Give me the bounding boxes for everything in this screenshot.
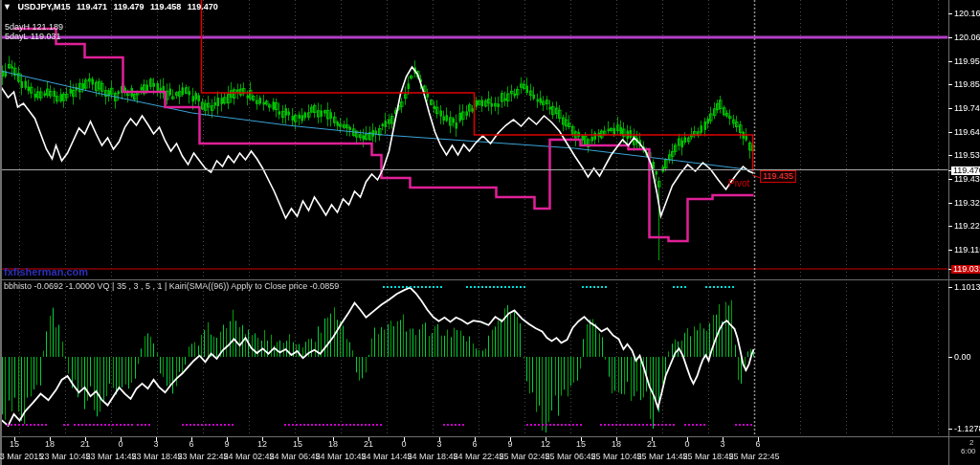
- pivot-price-tag[interactable]: 119.435: [760, 170, 796, 183]
- hour-label: 3: [720, 440, 724, 449]
- date-label: 24 Mar 10:45: [315, 453, 366, 461]
- hour-label: 15: [10, 440, 19, 449]
- hour-label: 15: [576, 440, 586, 449]
- five-day-low-label: 5dayL 119.031: [5, 33, 61, 41]
- price-tick: 119.430: [954, 175, 980, 184]
- chart-dropdown-icon[interactable]: ▼: [3, 2, 11, 11]
- hour-label: 9: [224, 440, 229, 449]
- hour-label: 6: [189, 440, 193, 449]
- date-label: 25 Mar 14:45: [636, 453, 687, 461]
- price-tick: 120.165: [954, 10, 980, 18]
- corner-label-bottom: 6:00: [961, 448, 976, 455]
- hour-label: 9: [507, 440, 512, 449]
- hour-label: 6: [472, 440, 477, 449]
- hour-label: 3: [436, 440, 441, 449]
- price-tick: 119.745: [954, 104, 980, 113]
- indicator-tick: 0.00: [954, 353, 971, 362]
- date-label: 25 Mar 22:45: [728, 453, 779, 461]
- date-label: 25 Mar 10:45: [590, 453, 641, 461]
- pivot-line-label: Pivot: [728, 179, 749, 188]
- watermark-text: fxfisherman.com: [4, 267, 88, 277]
- date-label: 25 Mar 18:45: [682, 453, 733, 461]
- price-tick: 120.060: [954, 33, 980, 42]
- ohlc-high: 119.479: [114, 2, 145, 11]
- date-label: 23 Mar 10:45: [39, 453, 90, 461]
- date-label: 24 Mar 14:45: [361, 453, 412, 461]
- date-label: 25 Mar 02:45: [499, 453, 549, 461]
- five-day-high-label: 5dayH 121.189: [5, 23, 63, 32]
- date-label: 23 Mar 22:45: [177, 453, 228, 461]
- ohlc-low: 119.458: [150, 2, 181, 11]
- hour-label: 3: [153, 440, 158, 449]
- price-tick: 119.220: [954, 222, 980, 231]
- date-label: 24 Mar 06:45: [269, 453, 320, 461]
- price-tick: 119.850: [954, 80, 980, 89]
- hour-label: 18: [328, 440, 338, 449]
- hour-label: 0: [118, 440, 122, 449]
- hour-label: 6: [755, 440, 760, 449]
- hour-label: 21: [647, 440, 657, 449]
- hour-label: 0: [684, 440, 689, 449]
- indicator-tick: 1.1013: [954, 283, 980, 292]
- five-day-low-tick: 119.031: [951, 265, 980, 274]
- date-label: 23 Mar 14:45: [85, 453, 136, 461]
- ohlc-open: 119.471: [77, 2, 107, 11]
- indicator-tick: -1.1278: [954, 425, 980, 433]
- hour-label: 12: [257, 440, 267, 449]
- hour-label: 12: [541, 440, 550, 449]
- date-label: 24 Mar 22:45: [453, 453, 503, 461]
- price-tick: 119.535: [954, 151, 980, 160]
- hour-label: 21: [364, 440, 373, 449]
- hour-label: 15: [293, 440, 302, 449]
- hour-label: 0: [401, 440, 406, 449]
- hour-label: 18: [612, 440, 621, 449]
- date-label: 23 Mar 18:45: [131, 453, 182, 461]
- symbol-timeframe-label: USDJPY,M15: [17, 2, 70, 11]
- price-tick: 119.325: [954, 199, 980, 208]
- hour-label: 21: [80, 440, 90, 449]
- corner-label-top: 2: [969, 439, 973, 447]
- price-tick: 119.955: [954, 57, 980, 66]
- ohlc-close: 119.470: [188, 2, 218, 11]
- date-label: 25 Mar 06:45: [545, 453, 595, 461]
- price-tick: 119.115: [954, 246, 980, 255]
- indicator-header: bbhisto -0.0692 -1.0000 VQ | 35 , 3 , 5 …: [4, 282, 339, 291]
- price-tick: 119.640: [954, 128, 980, 137]
- chart-canvas[interactable]: [0, 0, 980, 465]
- hour-label: 18: [45, 440, 55, 449]
- symbol-bar[interactable]: ▼ USDJPY,M15 119.471 119.479 119.458 119…: [3, 3, 222, 11]
- date-label: 23 Mar 2015: [0, 453, 43, 461]
- date-label: 24 Mar 02:45: [223, 453, 274, 461]
- date-label: 24 Mar 18:45: [407, 453, 457, 461]
